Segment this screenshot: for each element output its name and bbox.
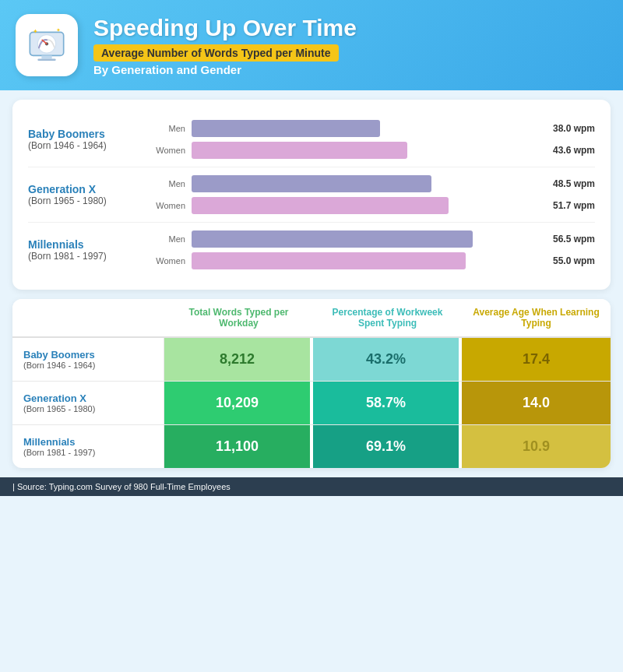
bar-women-ml: Women 55.0 wpm <box>153 252 595 269</box>
table-gen-years-bb: (Born 1946 - 1964) <box>23 361 153 370</box>
table-gen-ml: Millennials (Born 1981 - 1997) <box>12 425 164 468</box>
bar-fill-women-ml <box>192 252 466 269</box>
gen-name-bb: Baby Boomers <box>28 128 153 140</box>
women-label-bb: Women <box>153 146 185 155</box>
source-text: | Source: Typing.com Survey of 980 Full-… <box>12 482 231 491</box>
col-header-age: Average Age When Learning Typing <box>462 299 611 338</box>
table-row-gx: Generation X (Born 1965 - 1980) 10,209 5… <box>12 382 611 425</box>
bar-row-millennials: Millennials (Born 1981 - 1997) Men 56.5 … <box>28 223 595 277</box>
gen-years-gx: (Born 1965 - 1980) <box>28 195 153 206</box>
gen-label-ml: Millennials (Born 1981 - 1997) <box>28 238 153 262</box>
table-gen-name-bb: Baby Boomers <box>23 349 153 361</box>
men-label-ml: Men <box>153 234 185 244</box>
source-bar: | Source: Typing.com Survey of 980 Full-… <box>0 477 623 496</box>
table-row-ml: Millennials (Born 1981 - 1997) 11,100 69… <box>12 425 611 468</box>
bar-value-women-gx: 51.7 wpm <box>540 200 595 211</box>
gen-years-bb: (Born 1946 - 1964) <box>28 140 153 151</box>
table-gen-bb: Baby Boomers (Born 1946 - 1964) <box>12 338 164 381</box>
bar-track-men-ml <box>192 230 534 248</box>
table-bb-pct: 43.2% <box>313 338 462 381</box>
header-subtext: By Generation and Gender <box>93 63 357 76</box>
gen-name-ml: Millennials <box>28 238 153 251</box>
bar-value-men-gx: 48.5 wpm <box>540 178 595 189</box>
men-label-gx: Men <box>153 179 185 188</box>
bar-track-women-gx <box>192 197 534 214</box>
col-header-words: Total Words Typed per Workday <box>164 299 313 338</box>
bar-track-women-bb <box>192 142 534 159</box>
header-icon-wrapper: ✦ ✦ <box>16 14 78 76</box>
bar-value-women-ml: 55.0 wpm <box>540 255 595 266</box>
bar-women-bb: Women 43.6 wpm <box>153 142 595 159</box>
gen-label-gx: Generation X (Born 1965 - 1980) <box>28 183 153 206</box>
main-content: Baby Boomers (Born 1946 - 1964) Men 38.0… <box>0 90 623 477</box>
svg-text:✦: ✦ <box>56 27 61 33</box>
speedometer-icon: ✦ ✦ <box>27 26 66 65</box>
header-subtitle: Average Number of Words Typed per Minute <box>93 44 339 62</box>
bars-gx: Men 48.5 wpm Women 51.7 wpm <box>153 175 595 214</box>
table-row-bb: Baby Boomers (Born 1946 - 1964) 8,212 43… <box>12 338 611 382</box>
table-ml-age: 10.9 <box>462 425 611 468</box>
table-ml-words: 11,100 <box>164 425 313 468</box>
bar-fill-men-ml <box>192 230 473 248</box>
gen-label-bb: Baby Boomers (Born 1946 - 1964) <box>28 128 153 151</box>
women-label-ml: Women <box>153 256 185 266</box>
table-gen-gx: Generation X (Born 1965 - 1980) <box>12 382 164 424</box>
table-gx-age: 14.0 <box>462 382 611 424</box>
svg-rect-1 <box>41 55 51 58</box>
bar-men-ml: Men 56.5 wpm <box>153 230 595 248</box>
table-gx-pct: 58.7% <box>313 382 462 424</box>
bar-fill-women-gx <box>192 197 449 214</box>
table-gx-words: 10,209 <box>164 382 313 424</box>
header-text: Speeding Up Over Time Average Number of … <box>93 15 357 76</box>
col-header-gen <box>12 299 164 338</box>
table-header-row: Total Words Typed per Workday Percentage… <box>12 299 611 338</box>
gen-name-gx: Generation X <box>28 183 153 195</box>
table-gen-years-gx: (Born 1965 - 1980) <box>23 404 153 413</box>
bar-men-bb: Men 38.0 wpm <box>153 120 595 137</box>
bars-ml: Men 56.5 wpm Women 55.0 wpm <box>153 230 595 269</box>
table-bb-words: 8,212 <box>164 338 313 381</box>
table-gen-name-gx: Generation X <box>23 392 153 404</box>
bar-fill-men-bb <box>192 120 380 137</box>
table-gen-years-ml: (Born 1981 - 1997) <box>23 448 153 457</box>
bar-value-men-ml: 56.5 wpm <box>540 234 595 245</box>
bar-chart-section: Baby Boomers (Born 1946 - 1964) Men 38.0… <box>12 100 611 290</box>
header-icon: ✦ ✦ <box>16 14 78 76</box>
bars-bb: Men 38.0 wpm Women 43.6 wpm <box>153 120 595 159</box>
bar-value-men-bb: 38.0 wpm <box>540 123 595 134</box>
table-section: Total Words Typed per Workday Percentage… <box>12 299 611 468</box>
bar-fill-women-bb <box>192 142 407 159</box>
bar-men-gx: Men 48.5 wpm <box>153 175 595 192</box>
header: ✦ ✦ Speeding Up Over Time Average Number… <box>0 0 623 90</box>
gen-years-ml: (Born 1981 - 1997) <box>28 251 153 262</box>
bar-fill-men-gx <box>192 175 431 192</box>
col-header-pct: Percentage of Workweek Spent Typing <box>313 299 462 338</box>
svg-text:✦: ✦ <box>33 27 38 35</box>
table-gen-name-ml: Millennials <box>23 436 153 448</box>
bar-track-men-bb <box>192 120 534 137</box>
bar-row-baby-boomers: Baby Boomers (Born 1946 - 1964) Men 38.0… <box>28 112 595 167</box>
women-label-gx: Women <box>153 201 185 210</box>
table-ml-pct: 69.1% <box>313 425 462 468</box>
bar-women-gx: Women 51.7 wpm <box>153 197 595 214</box>
bar-value-women-bb: 43.6 wpm <box>540 145 595 156</box>
bar-track-women-ml <box>192 252 534 269</box>
svg-rect-2 <box>37 59 55 62</box>
men-label-bb: Men <box>153 124 185 133</box>
main-title: Speeding Up Over Time <box>93 15 357 41</box>
bar-track-men-gx <box>192 175 534 192</box>
table-bb-age: 17.4 <box>462 338 611 381</box>
bar-row-gen-x: Generation X (Born 1965 - 1980) Men 48.5… <box>28 167 595 223</box>
